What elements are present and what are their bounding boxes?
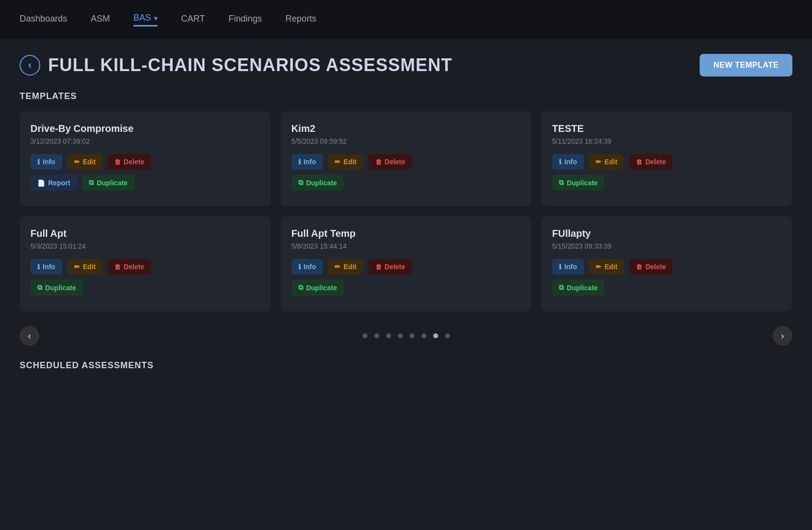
duplicate-icon [298,178,303,187]
template-name: Full Apt Temp [291,228,521,239]
duplicate-button[interactable]: Duplicate [291,175,344,191]
template-date: 5/15/2023 09:33:39 [552,242,782,250]
nav-item-reports[interactable]: Reports [286,14,316,26]
template-actions-row-1: Info Edit Delete [30,259,260,275]
delete-button[interactable]: Delete [368,154,412,170]
edit-icon [74,158,80,166]
template-actions-row-2: Duplicate [552,175,782,191]
info-icon [37,158,40,166]
nav-item-bas[interactable]: BAS [133,13,157,26]
edit-icon [335,158,341,166]
template-actions-row-2: Duplicate [552,279,782,296]
info-icon [559,158,561,166]
template-name: Kim2 [291,123,521,134]
info-icon [298,158,301,166]
template-date: 3/12/2023 07:39:02 [30,137,260,145]
template-date: 5/8/2023 15:44:14 [291,242,521,250]
template-actions-row-2: Duplicate [291,279,521,296]
bas-dropdown-icon [154,14,157,22]
delete-button[interactable]: Delete [629,259,673,275]
nav-item-dashboards[interactable]: Dashboards [20,14,67,26]
edit-button[interactable]: Edit [67,154,103,170]
delete-button[interactable]: Delete [107,259,151,275]
back-icon [28,59,31,72]
pagination-dots [363,333,450,338]
duplicate-icon [559,283,564,292]
pag-dot-7[interactable] [433,333,438,338]
duplicate-button[interactable]: Duplicate [552,175,604,191]
delete-icon [114,263,121,271]
report-button[interactable]: Report [30,175,77,191]
template-card-fullapty: FUllapty 5/15/2023 09:33:39 Info Edit De… [541,216,792,311]
info-icon [559,263,561,271]
template-date: 5/11/2023 16:24:39 [552,137,782,145]
duplicate-icon [559,178,564,187]
template-actions-row-1: Info Edit Delete [30,154,260,170]
info-button[interactable]: Info [291,154,323,170]
delete-icon [636,263,642,271]
pag-dot-5[interactable] [410,333,415,338]
info-button[interactable]: Info [552,154,584,170]
delete-icon [114,158,121,166]
template-actions-row-1: Info Edit Delete [291,154,521,170]
template-name: Drive-By Compromise [30,123,260,134]
title-group: FULL KILL-CHAIN SCENARIOS ASSESSMENT [20,55,452,76]
pag-dot-3[interactable] [386,333,391,338]
back-button[interactable] [20,55,40,76]
template-actions-row-2: Duplicate [30,279,260,296]
report-icon [37,179,45,187]
template-name: TESTE [552,123,782,134]
info-button[interactable]: Info [30,154,62,170]
template-card-full-apt-temp: Full Apt Temp 5/8/2023 15:44:14 Info Edi… [281,216,532,311]
duplicate-icon [37,283,42,292]
template-card-kim2: Kim2 5/5/2023 09:59:52 Info Edit Delete [281,111,532,206]
pag-dot-1[interactable] [363,333,367,338]
edit-icon [596,263,602,271]
scheduled-section-label: SCHEDULED ASSESSMENTS [20,360,792,371]
pag-dot-2[interactable] [374,333,379,338]
pagination-next-button[interactable]: › [773,326,792,346]
main-content: FULL KILL-CHAIN SCENARIOS ASSESSMENT NEW… [0,39,812,390]
template-card-drive-by: Drive-By Compromise 3/12/2023 07:39:02 I… [20,111,271,206]
edit-button[interactable]: Edit [589,154,624,170]
template-actions-row-1: Info Edit Delete [291,259,521,275]
edit-icon [596,158,602,166]
nav-item-cart[interactable]: CART [181,14,205,26]
pagination-area: ‹ › [20,326,792,346]
template-actions-row-2: Duplicate [291,175,521,191]
edit-button[interactable]: Edit [328,154,363,170]
duplicate-button[interactable]: Duplicate [291,279,344,296]
new-template-button[interactable]: NEW TEMPLATE [700,54,792,76]
duplicate-icon [298,283,303,292]
duplicate-button[interactable]: Duplicate [82,175,134,191]
template-actions-row-1: Info Edit Delete [552,154,782,170]
info-icon [37,263,40,271]
edit-button[interactable]: Edit [328,259,363,275]
delete-button[interactable]: Delete [107,154,151,170]
pagination-prev-button[interactable]: ‹ [20,326,39,346]
delete-icon [375,263,382,271]
info-button[interactable]: Info [552,259,584,275]
edit-button[interactable]: Edit [589,259,624,275]
templates-section-label: TEMPLATES [20,91,792,101]
pag-dot-6[interactable] [421,333,426,338]
nav-item-findings[interactable]: Findings [229,14,262,26]
nav-item-asm[interactable]: ASM [91,14,110,26]
template-date: 5/5/2023 09:59:52 [291,137,521,145]
template-card-teste: TESTE 5/11/2023 16:24:39 Info Edit Delet… [541,111,792,206]
duplicate-button[interactable]: Duplicate [552,279,604,296]
template-date: 5/3/2023 15:01:24 [30,242,260,250]
pag-dot-4[interactable] [398,333,403,338]
duplicate-button[interactable]: Duplicate [30,279,83,296]
edit-icon [74,263,80,271]
edit-button[interactable]: Edit [67,259,103,275]
info-button[interactable]: Info [30,259,62,275]
pag-dot-8[interactable] [445,333,450,338]
duplicate-icon [89,178,94,187]
template-actions-row-1: Info Edit Delete [552,259,782,275]
page-header: FULL KILL-CHAIN SCENARIOS ASSESSMENT NEW… [20,54,792,76]
delete-button[interactable]: Delete [629,154,673,170]
info-button[interactable]: Info [291,259,323,275]
delete-button[interactable]: Delete [368,259,412,275]
delete-icon [636,158,642,166]
